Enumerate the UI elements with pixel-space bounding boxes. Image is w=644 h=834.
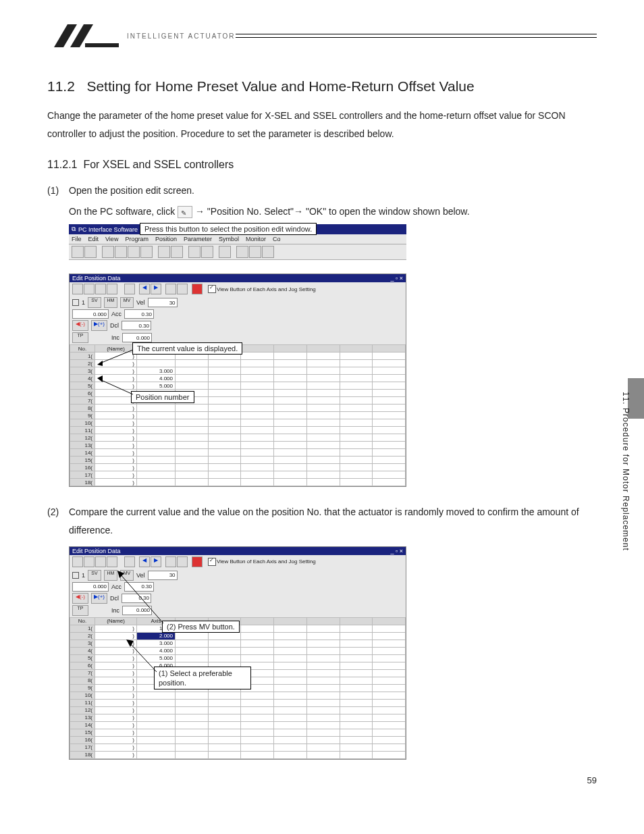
table-row[interactable]: 12() [70, 706, 406, 714]
stop-button[interactable] [192, 556, 203, 567]
table-row[interactable]: 10() [70, 419, 406, 427]
toolbar-button[interactable] [72, 284, 83, 294]
toolbar-button[interactable] [188, 246, 200, 258]
table-row[interactable]: 9() [70, 412, 406, 419]
toolbar-button[interactable] [171, 246, 183, 258]
menu-symbol[interactable]: Symbol [219, 236, 239, 242]
toolbar-button[interactable] [165, 284, 176, 294]
tp-button[interactable]: TP [72, 332, 88, 343]
table-row[interactable]: 4()4.000 [70, 375, 406, 382]
toolbar-button[interactable] [95, 556, 106, 567]
toolbar-button[interactable] [95, 284, 106, 294]
acc-input[interactable]: 0.30 [124, 309, 154, 319]
window-controls[interactable]: _ ▫ × [391, 548, 403, 554]
sv-button[interactable]: SV [88, 570, 101, 581]
tp-button[interactable]: TP [72, 605, 88, 616]
toolbar-button[interactable] [177, 284, 188, 294]
inc-input[interactable]: 0.000 [122, 333, 152, 342]
toolbar-button[interactable] [128, 246, 140, 258]
toolbar-button[interactable] [124, 284, 135, 294]
menu-parameter[interactable]: Parameter [184, 236, 212, 242]
table-row[interactable]: 18() [70, 751, 406, 758]
vel-input[interactable]: 30 [148, 298, 178, 307]
sv-button[interactable]: SV [88, 297, 101, 308]
table-row[interactable]: 8() [70, 405, 406, 412]
toolbar-button[interactable] [107, 284, 117, 294]
table-row[interactable]: 5()5.000 [70, 382, 406, 390]
next-button[interactable]: ▶ [151, 284, 161, 294]
toolbar-button[interactable] [249, 246, 261, 258]
table-row[interactable]: 16() [70, 736, 406, 744]
hm-button[interactable]: HM [104, 297, 117, 308]
toolbar-button[interactable] [102, 246, 114, 258]
jog-plus-button[interactable]: ▶(+) [91, 593, 107, 604]
toolbar-button[interactable] [84, 284, 95, 294]
dcl-input[interactable]: 0.30 [122, 321, 151, 330]
table-row[interactable]: 13() [70, 714, 406, 721]
table-row[interactable]: 4()4.000 [70, 647, 406, 654]
jog-plus-button[interactable]: ▶(+) [91, 320, 107, 331]
table-row[interactable]: 17() [70, 744, 406, 751]
table-row[interactable]: 6()6.000 [70, 390, 406, 397]
table-row[interactable]: 2()2.000 [70, 632, 406, 640]
toolbar-button[interactable] [236, 246, 248, 258]
menu-program[interactable]: Program [125, 236, 149, 242]
table-row[interactable]: 11() [70, 699, 406, 706]
table-row[interactable]: 5()5.000 [70, 654, 406, 662]
mv-button[interactable]: MV [120, 297, 134, 308]
toolbar-button[interactable] [219, 246, 231, 258]
toolbar-button[interactable] [107, 556, 117, 567]
toolbar-button[interactable] [165, 556, 176, 567]
toolbar-button[interactable] [124, 556, 135, 567]
table-row[interactable]: 12() [70, 434, 406, 442]
menu-view[interactable]: View [105, 236, 118, 242]
table-row[interactable]: 11() [70, 427, 406, 434]
toolbar-button[interactable] [201, 246, 213, 258]
toolbar-button[interactable] [72, 246, 84, 258]
window-controls[interactable]: _ ▫ × [391, 275, 403, 282]
table-row[interactable]: 2() [70, 360, 406, 367]
menu-file[interactable]: File [72, 236, 82, 242]
acc-input[interactable]: 0.30 [124, 582, 154, 592]
table-row[interactable]: 15() [70, 457, 406, 464]
table-row[interactable]: 18() [70, 479, 406, 486]
hm-button[interactable]: HM [104, 570, 117, 581]
axis-checkbox[interactable] [72, 572, 79, 579]
toolbar-button[interactable] [84, 246, 97, 258]
position-grid[interactable]: No. (Name) Axis 1() 2() 3()3.000 4()4.00… [70, 344, 406, 486]
view-button-checkbox[interactable] [208, 558, 216, 566]
inc-input[interactable]: 0.000 [122, 606, 152, 615]
toolbar-button[interactable] [115, 246, 127, 258]
table-row[interactable]: 3()3.000 [70, 367, 406, 375]
menu-monitor[interactable]: Monitor [246, 236, 266, 242]
toolbar-button[interactable] [158, 246, 170, 258]
table-row[interactable]: 14() [70, 449, 406, 457]
vel-input[interactable]: 30 [148, 571, 178, 580]
toolbar-button[interactable] [140, 246, 153, 258]
prev-button[interactable]: ◀ [139, 556, 150, 567]
table-row[interactable]: 15() [70, 729, 406, 736]
toolbar-button[interactable] [262, 246, 274, 258]
view-button-checkbox[interactable] [208, 285, 216, 293]
table-row[interactable]: 17() [70, 471, 406, 479]
axis-checkbox[interactable] [72, 299, 79, 306]
table-row[interactable]: 3()3.000 [70, 640, 406, 647]
toolbar-button[interactable] [84, 556, 95, 567]
table-row[interactable]: 7() [70, 397, 406, 405]
menu-edit[interactable]: Edit [88, 236, 99, 242]
toolbar-button[interactable] [177, 556, 188, 567]
next-button[interactable]: ▶ [151, 556, 161, 567]
jog-minus-button[interactable]: ◀(-) [72, 320, 88, 331]
table-row[interactable]: 14() [70, 721, 406, 729]
mv-button[interactable]: MV [120, 570, 134, 581]
table-row[interactable]: 10() [70, 692, 406, 699]
stop-button[interactable] [192, 284, 203, 294]
menu-position[interactable]: Position [155, 236, 177, 242]
table-row[interactable]: 13() [70, 442, 406, 449]
dcl-input[interactable]: 0.30 [122, 594, 151, 603]
jog-minus-button[interactable]: ◀(-) [72, 593, 88, 604]
table-row[interactable]: 16() [70, 464, 406, 471]
prev-button[interactable]: ◀ [139, 284, 150, 294]
toolbar-button[interactable] [72, 556, 83, 567]
menu-co[interactable]: Co [273, 236, 281, 242]
